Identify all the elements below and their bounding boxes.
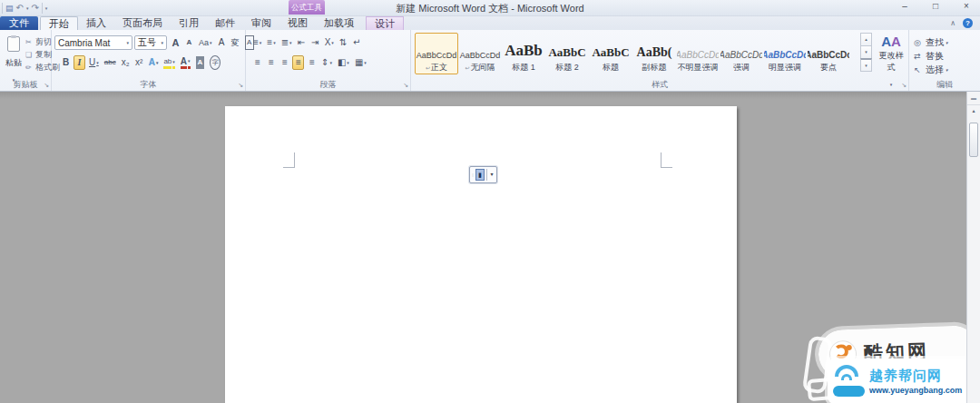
styles-dialog-launcher-icon[interactable]: ↘	[901, 82, 906, 89]
tab-页面布局[interactable]: 页面布局	[114, 16, 171, 30]
justify-icon: ≡	[296, 56, 300, 69]
font-dialog-launcher-icon[interactable]: ↘	[238, 82, 243, 89]
bullets-button[interactable]: ≡▾	[251, 35, 263, 50]
strikethrough-button[interactable]: abc	[103, 55, 118, 70]
scrollbar-thumb[interactable]	[969, 123, 978, 157]
tab-插入[interactable]: 插入	[78, 16, 114, 30]
equation-content-control[interactable]: ⁞ ▮ ▾	[469, 166, 497, 183]
numbering-button[interactable]: ≡▾	[265, 35, 277, 50]
line-spacing-button[interactable]: ⇕▾	[319, 55, 334, 70]
equation-selected-placeholder[interactable]: ▮	[475, 169, 485, 181]
equation-dropdown-icon[interactable]: ▾	[486, 169, 496, 181]
save-icon[interactable]: ▤	[5, 2, 14, 15]
tab-审阅[interactable]: 审阅	[243, 16, 279, 30]
style-item-要点[interactable]: AaBbCcDc要点	[807, 33, 850, 74]
font-row2-buttons: BIU▾abcx₂x²A▾ab▾A▾A字	[59, 55, 223, 70]
sort-button[interactable]: ⇅	[338, 35, 349, 50]
replace-button[interactable]: ⇄替换	[909, 49, 980, 63]
align-right-button[interactable]: ≡	[279, 55, 290, 70]
clear-formatting-button[interactable]: A	[216, 35, 228, 50]
find-button-label: 查找	[926, 36, 944, 49]
gallery-scroll-down-icon[interactable]: ▾	[860, 45, 872, 59]
text-effects-button[interactable]: A▾	[147, 55, 161, 70]
tab-邮件[interactable]: 邮件	[207, 16, 243, 30]
style-item-明显强调[interactable]: AaBbCcDc明显强调	[763, 33, 807, 74]
multilevel-list-button[interactable]: ≣▾	[279, 35, 294, 50]
change-case-button[interactable]: Aa▾	[197, 35, 214, 50]
style-name: 标题 2	[546, 62, 588, 74]
style-name: 标题 1	[503, 62, 544, 74]
style-item-强调[interactable]: AaBbCcDd强调	[720, 33, 763, 74]
char-shading-button[interactable]: A	[194, 55, 207, 70]
minimize-ribbon-icon[interactable]: ∧	[950, 19, 956, 27]
select-button[interactable]: ↖选择▾	[909, 63, 980, 76]
customize-qat-icon[interactable]: ▾	[45, 2, 48, 15]
ruler-toggle-button[interactable]: ▬	[967, 92, 980, 105]
shading-fill-button[interactable]: ◧▾	[336, 55, 351, 70]
superscript-button[interactable]: x²	[133, 55, 145, 70]
tab-文件[interactable]: 文件	[0, 16, 38, 30]
replace-icon: ⇄	[914, 52, 926, 61]
logo-dot	[847, 345, 852, 350]
align-left-button[interactable]: ≡	[251, 55, 263, 70]
increase-indent-button[interactable]: ⇥	[309, 35, 321, 50]
select-icon: ↖	[914, 65, 926, 74]
undo-icon[interactable]: ↶	[16, 2, 24, 15]
font-color-button[interactable]: A▾	[179, 55, 192, 70]
close-button[interactable]: ×	[958, 1, 975, 11]
bold-button[interactable]: B	[60, 55, 72, 70]
restore-button[interactable]: □	[927, 1, 944, 11]
tab-加载项[interactable]: 加载项	[316, 16, 362, 30]
style-item-不明显强调[interactable]: AaBbCcDd不明显强调	[676, 33, 720, 74]
vertical-scrollbar[interactable]: ▬ ▴	[966, 92, 980, 403]
subscript-button[interactable]: x₂	[120, 55, 132, 70]
align-center-button[interactable]: ≡	[265, 55, 277, 70]
tab-开始[interactable]: 开始	[40, 16, 78, 30]
yueyang-watermark: 越养帮问网 www.yueyangbang.com	[828, 359, 980, 403]
document-page[interactable]: ⁞ ▮ ▾	[225, 106, 737, 403]
style-name: ↩无间隔	[459, 62, 501, 74]
italic-button[interactable]: I	[74, 55, 85, 70]
justify-button[interactable]: ≡	[292, 55, 304, 70]
find-button[interactable]: ◎查找▾	[909, 35, 980, 49]
scroll-up-icon[interactable]: ▴	[967, 105, 980, 117]
style-item-标题 1[interactable]: AaBb标题 1	[502, 33, 545, 74]
enclose-characters-button[interactable]: 字	[208, 55, 222, 70]
font-name-combo[interactable]: Cambria Mat ▾	[54, 35, 132, 50]
borders-button[interactable]: ▦▾	[353, 55, 368, 70]
asian-layout-button[interactable]: X▾	[323, 35, 336, 50]
style-item-标题 2[interactable]: AaBbC标题 2	[545, 33, 589, 74]
chevron-down-icon: ▾	[329, 56, 332, 69]
font-size-value: 五号	[138, 36, 156, 49]
style-preview: AaBbCcDd	[416, 35, 457, 60]
style-item-无间隔[interactable]: AaBbCcDd↩无间隔	[458, 33, 502, 74]
text-highlight-button[interactable]: ab▾	[162, 55, 176, 70]
help-icon[interactable]: ?	[963, 18, 973, 28]
paragraph-dialog-launcher-icon[interactable]: ↘	[403, 82, 408, 89]
underline-button[interactable]: U▾	[87, 55, 101, 70]
phonetic-guide-button[interactable]: 変	[230, 35, 241, 50]
tab-引用[interactable]: 引用	[171, 16, 207, 30]
style-item-副标题[interactable]: AaBb(副标题	[632, 33, 676, 74]
clipboard-dialog-launcher-icon[interactable]: ↘	[44, 82, 49, 89]
tab-视图[interactable]: 视图	[279, 16, 316, 30]
gallery-scroll-up-icon[interactable]: ▴	[860, 33, 872, 46]
font-size-combo[interactable]: 五号 ▾	[134, 35, 167, 50]
shrink-font-button[interactable]: A	[183, 35, 195, 50]
quick-access-toolbar: ▤ ↶ ▾ ↷ ▾	[2, 1, 47, 15]
style-name: 标题	[590, 62, 632, 74]
style-item-正文[interactable]: AaBbCcDd↩正文	[415, 33, 458, 74]
tab-design[interactable]: 设计	[366, 16, 404, 30]
decrease-indent-button[interactable]: ⇤	[296, 35, 308, 50]
minimize-button[interactable]: –	[897, 1, 913, 11]
paste-button[interactable]: 粘贴 ▾	[3, 34, 24, 78]
grow-font-button[interactable]: A	[170, 35, 181, 50]
gallery-more-icon[interactable]: ▾	[860, 58, 872, 72]
show-hide-marks-button[interactable]: ↵	[351, 35, 363, 50]
redo-icon[interactable]: ↷	[31, 2, 38, 15]
distribute-button[interactable]: ≡	[306, 55, 318, 70]
chevron-down-icon: ▾	[946, 40, 948, 45]
paragraph-group-label: 段落	[246, 79, 410, 90]
style-item-标题[interactable]: AaBbC标题	[589, 33, 632, 74]
undo-dropdown-icon[interactable]: ▾	[26, 2, 29, 15]
